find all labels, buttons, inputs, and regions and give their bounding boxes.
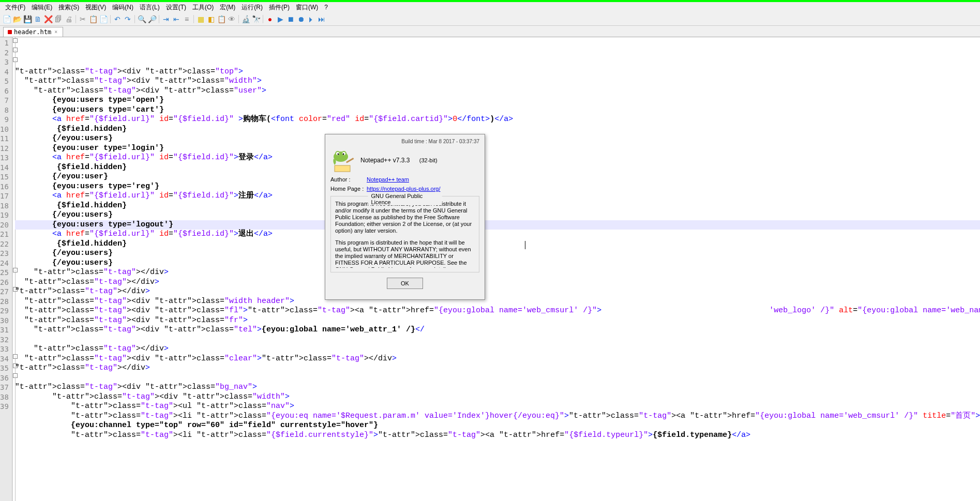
menu-item[interactable]: 运行(R): [238, 2, 266, 13]
about-dialog: Build time : Mar 8 2017 - 03:37:37 Notep…: [325, 134, 485, 300]
menu-item[interactable]: 视图(V): [82, 2, 109, 13]
toolbar-icon: ✂: [80, 15, 86, 23]
toolbar-button[interactable]: ↷: [123, 14, 132, 24]
line-number: 25: [0, 268, 9, 278]
menu-bar: 文件(F)编辑(E)搜索(S)视图(V)编码(N)语言(L)设置(T)工具(O)…: [0, 2, 980, 12]
toolbar-button[interactable]: 👁: [227, 14, 236, 24]
menu-item[interactable]: 插件(P): [266, 2, 293, 13]
menu-item[interactable]: 编码(N): [109, 2, 137, 13]
svg-point-5: [338, 154, 339, 155]
toolbar-button[interactable]: 📋: [88, 14, 98, 24]
toolbar-separator: [110, 15, 111, 23]
toolbar-separator: [76, 15, 76, 23]
toolbar-button[interactable]: ⏺: [296, 14, 306, 24]
toolbar-button[interactable]: 📄: [99, 14, 108, 24]
menu-item[interactable]: 设置(T): [163, 2, 189, 13]
toolbar-separator: [238, 15, 239, 23]
toolbar-icon: ↷: [125, 15, 131, 23]
line-number: 20: [0, 220, 9, 230]
toolbar-button[interactable]: 🖨: [64, 14, 73, 24]
license-text[interactable]: This program is free software; you can r…: [335, 201, 475, 268]
toolbar-button[interactable]: 🗐: [54, 14, 63, 24]
toolbar-button[interactable]: ●: [265, 14, 275, 24]
text-cursor: [525, 241, 525, 249]
line-number: 16: [0, 182, 9, 192]
code-line: "t-attr">class="t-tag"></div>: [15, 363, 980, 373]
toolbar-button[interactable]: ✂: [78, 14, 87, 24]
product-name: Notepad++ v7.3.3: [360, 157, 410, 164]
menu-item[interactable]: 工具(O): [189, 2, 217, 13]
editor: 1234567891011121314151617181920212223242…: [0, 37, 980, 501]
toolbar-button[interactable]: 📄: [2, 14, 11, 24]
line-number: 39: [0, 402, 9, 412]
line-number: 18: [0, 201, 9, 211]
line-number: 21: [0, 230, 9, 239]
toolbar-icon: ●: [268, 15, 272, 23]
line-number: 26: [0, 278, 9, 287]
line-number: 36: [0, 373, 9, 383]
tab-bar: header.htm ×: [0, 26, 980, 37]
line-number: 12: [0, 144, 9, 154]
toolbar-icon: 👁: [228, 15, 235, 23]
toolbar-button[interactable]: 🔍: [137, 14, 146, 24]
toolbar-icon: 🔎: [148, 15, 157, 23]
line-number: 28: [0, 297, 9, 307]
code-line: "t-attr">class="t-tag"></div>: [15, 344, 980, 354]
code-line: "t-attr">class="t-tag"></div>: [15, 278, 980, 287]
toolbar-button[interactable]: 📋: [217, 14, 226, 24]
line-number: 14: [0, 163, 9, 173]
toolbar-button[interactable]: ⏭: [317, 14, 326, 24]
menu-item[interactable]: 窗口(W): [293, 2, 321, 13]
toolbar-button[interactable]: 💾: [23, 14, 32, 24]
toolbar-button[interactable]: 📂: [12, 14, 22, 24]
code-area[interactable]: "t-attr">class="t-tag"><div "t-attr">cla…: [13, 37, 980, 501]
toolbar-icon: 🔭: [252, 15, 261, 23]
code-line: {/eyou:users}: [15, 134, 980, 144]
code-line: "t-attr">class="t-tag"><li "t-attr">clas…: [15, 431, 980, 441]
toolbar-button[interactable]: ▶: [276, 14, 285, 24]
line-number: 34: [0, 354, 9, 364]
toolbar-icon: ▶: [278, 15, 283, 23]
code-line: {eyou:channel type="top" row="60" id="fi…: [15, 421, 980, 431]
code-line: "t-attr">class="t-tag"><div "t-attr">cla…: [15, 325, 980, 335]
toolbar-icon: ↶: [114, 15, 120, 23]
menu-item[interactable]: 宏(M): [217, 2, 238, 13]
line-number: 32: [0, 335, 9, 345]
toolbar-button[interactable]: 🔭: [251, 14, 261, 24]
menu-item[interactable]: 编辑(E): [28, 2, 55, 13]
ok-button[interactable]: OK: [387, 278, 423, 289]
toolbar-icon: 🔍: [138, 15, 146, 23]
code-line: {eyou:users type='cart'}: [15, 105, 980, 115]
code-line: "t-attr">class="t-tag"><div "t-attr">cla…: [15, 86, 980, 96]
toolbar-button[interactable]: 🗎: [33, 14, 42, 24]
toolbar-button[interactable]: ⇥: [161, 14, 171, 24]
toolbar-button[interactable]: ⏹: [286, 14, 295, 24]
toolbar-icon: ⏹: [287, 15, 294, 23]
line-number: 35: [0, 363, 9, 373]
toolbar-button[interactable]: ▦: [196, 14, 205, 24]
menu-item[interactable]: ?: [321, 3, 331, 12]
code-line: {$field.hidden}: [15, 239, 980, 249]
file-tab[interactable]: header.htm ×: [3, 27, 63, 37]
menu-item[interactable]: 文件(F): [2, 2, 28, 13]
code-line: <a href="{$field.url}" id="{$field.id}">…: [15, 230, 980, 239]
toolbar-button[interactable]: ◧: [206, 14, 216, 24]
homepage-link[interactable]: https://notepad-plus-plus.org/: [367, 186, 440, 192]
toolbar-button[interactable]: ≡: [182, 14, 191, 24]
unsaved-icon: [8, 30, 12, 34]
toolbar-button[interactable]: 🔬: [241, 14, 250, 24]
line-number: 23: [0, 249, 9, 259]
toolbar-button[interactable]: ❌: [43, 14, 53, 24]
tab-label: header.htm: [14, 28, 51, 36]
toolbar-button[interactable]: ↶: [113, 14, 122, 24]
toolbar-separator: [134, 15, 135, 23]
close-icon[interactable]: ×: [53, 29, 58, 35]
menu-item[interactable]: 语言(L): [137, 2, 163, 13]
toolbar-button[interactable]: ⏵: [307, 14, 316, 24]
toolbar-button[interactable]: 🔎: [147, 14, 157, 24]
build-time-label: Build time : Mar 8 2017 - 03:37:37: [330, 139, 479, 144]
author-link[interactable]: Notepad++ team: [367, 176, 409, 183]
toolbar-icon: 📋: [89, 15, 98, 23]
menu-item[interactable]: 搜索(S): [55, 2, 82, 13]
toolbar-button[interactable]: ⇤: [172, 14, 181, 24]
